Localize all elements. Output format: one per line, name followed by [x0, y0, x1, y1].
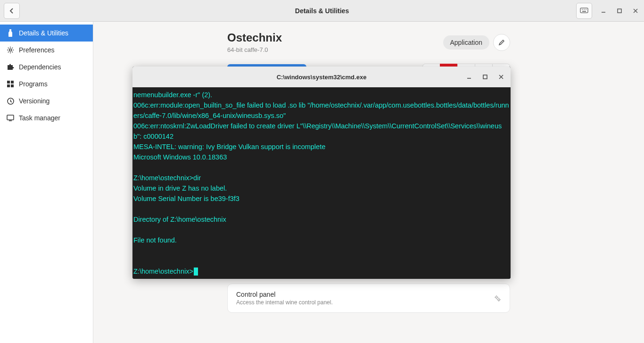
svg-point-2 — [584, 9, 585, 10]
window-title: Details & Utilities — [0, 7, 644, 15]
terminal-titlebar[interactable]: C:\windows\system32\cmd.exe — [132, 67, 511, 87]
sidebar-item-preferences[interactable]: Preferences — [0, 42, 93, 59]
puzzle-icon — [7, 63, 14, 71]
close-button[interactable] — [631, 6, 640, 16]
svg-point-3 — [586, 9, 586, 10]
arrow-left-icon — [8, 7, 16, 15]
sidebar: Details & Utilities Preferences Dependen… — [0, 22, 93, 343]
sidebar-label: Details & Utilities — [19, 29, 68, 37]
gear-small-icon — [494, 294, 501, 302]
svg-rect-12 — [7, 84, 10, 87]
bottle-title: Ostechnix — [227, 31, 282, 44]
card-subtitle: Access the internal wine control panel. — [236, 299, 333, 306]
svg-point-26 — [498, 299, 500, 301]
minimize-button[interactable] — [599, 6, 608, 16]
svg-rect-10 — [7, 81, 10, 84]
bottle-subtitle: 64-bit caffe-7.0 — [227, 46, 282, 53]
svg-rect-11 — [11, 81, 14, 84]
card-title: Control panel — [236, 291, 333, 298]
svg-point-1 — [582, 9, 583, 10]
pencil-icon — [498, 39, 505, 46]
terminal-title: C:\windows\system32\cmd.exe — [132, 74, 511, 81]
minimize-icon — [467, 75, 471, 79]
maximize-icon — [617, 8, 622, 13]
terminal-output: nemenubuilder.exe -r" (2). 006c:err:modu… — [133, 91, 509, 275]
header-utility-button[interactable] — [576, 3, 592, 19]
sidebar-label: Task manager — [19, 114, 60, 122]
close-icon — [499, 75, 504, 79]
terminal-window: C:\windows\system32\cmd.exe nemenubuilde… — [132, 67, 511, 279]
svg-rect-15 — [7, 115, 14, 120]
terminal-maximize-button[interactable] — [481, 73, 489, 81]
svg-rect-13 — [11, 84, 14, 87]
title-row: Ostechnix 64-bit caffe-7.0 Application — [227, 31, 510, 53]
gear-icon — [7, 46, 14, 54]
edit-button[interactable] — [493, 34, 510, 51]
environment-pill[interactable]: Application — [443, 35, 490, 50]
maximize-button[interactable] — [615, 6, 624, 16]
terminal-close-button[interactable] — [497, 73, 505, 81]
window-controls — [576, 3, 640, 19]
cursor-icon — [194, 268, 198, 276]
sidebar-item-taskmanager[interactable]: Task manager — [0, 109, 93, 126]
clock-icon — [7, 97, 14, 105]
sidebar-item-versioning[interactable]: Versioning — [0, 92, 93, 109]
header-bar: Details & Utilities — [0, 0, 644, 22]
back-button[interactable] — [4, 3, 20, 19]
close-icon — [633, 8, 638, 13]
terminal-body[interactable]: nemenubuilder.exe -r" (2). 006c:err:modu… — [132, 87, 511, 279]
bottle-icon — [7, 29, 14, 37]
svg-rect-28 — [483, 75, 487, 79]
svg-point-25 — [495, 296, 497, 298]
keyboard-icon — [580, 8, 588, 14]
sidebar-label: Programs — [19, 80, 48, 88]
control-panel-card[interactable]: Control panel Access the internal wine c… — [227, 284, 510, 313]
grid-icon — [7, 80, 14, 88]
sidebar-item-dependencies[interactable]: Dependencies — [0, 59, 93, 75]
svg-rect-4 — [582, 11, 586, 12]
svg-point-9 — [9, 49, 12, 51]
sidebar-label: Dependencies — [19, 63, 61, 71]
svg-rect-6 — [618, 9, 621, 13]
terminal-minimize-button[interactable] — [465, 73, 473, 81]
monitor-icon — [7, 114, 14, 122]
sidebar-item-programs[interactable]: Programs — [0, 75, 93, 92]
sidebar-item-details[interactable]: Details & Utilities — [0, 25, 93, 42]
sidebar-label: Preferences — [19, 46, 54, 54]
maximize-icon — [483, 75, 487, 79]
svg-rect-0 — [580, 8, 588, 13]
sidebar-label: Versioning — [19, 97, 50, 105]
minimize-icon — [601, 8, 606, 13]
